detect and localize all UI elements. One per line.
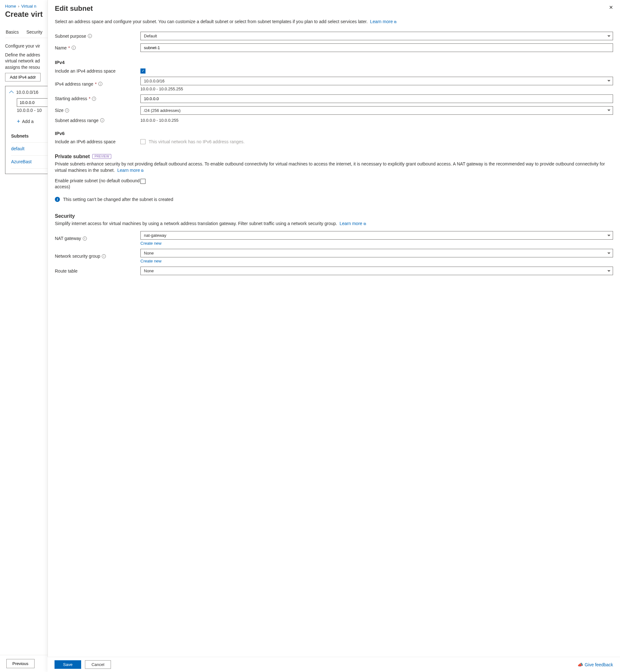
- ipv4-range-select[interactable]: 10.0.0.0/16: [141, 77, 613, 85]
- subnet-range-label: Subnet address range i: [55, 118, 141, 123]
- size-select[interactable]: /24 (256 addresses): [141, 106, 613, 115]
- include-ipv4-label: Include an IPv4 address space: [55, 68, 141, 73]
- size-label: Size i: [55, 108, 141, 113]
- ipv6-heading: IPv6: [55, 131, 613, 136]
- define-text: Define the addres virtual network ad ass…: [5, 52, 43, 71]
- chevron-down-icon: [607, 35, 611, 37]
- starting-address-input[interactable]: [141, 95, 613, 103]
- ipv4-heading: IPv4: [55, 60, 613, 65]
- breadcrumb-home[interactable]: Home: [5, 4, 16, 9]
- chevron-down-icon: [607, 110, 611, 111]
- external-link-icon: ⧉: [141, 168, 144, 173]
- info-icon[interactable]: i: [65, 108, 69, 112]
- include-ipv6-label: Include an IPv6 address space: [55, 139, 141, 144]
- learn-more-link[interactable]: Learn more⧉: [117, 168, 144, 173]
- info-icon[interactable]: i: [72, 46, 76, 50]
- add-ipv4-button[interactable]: Add IPv4 addr: [5, 73, 41, 82]
- include-ipv6-checkbox: [141, 139, 146, 144]
- info-icon[interactable]: i: [88, 34, 92, 38]
- panel-title: Edit subnet: [55, 4, 93, 13]
- starting-address-label: Starting address* i: [55, 96, 141, 101]
- info-icon[interactable]: i: [100, 118, 104, 122]
- edit-subnet-panel: Edit subnet ✕ Select an address space an…: [48, 0, 620, 178]
- ipv6-disabled-text: This virtual network has no IPv6 address…: [149, 139, 245, 144]
- subnet-purpose-label: Subnet purpose i: [55, 34, 141, 39]
- private-subnet-desc: Private subnets enhance security by not …: [55, 161, 613, 174]
- name-label: Name* i: [55, 45, 141, 50]
- chevron-down-icon: [607, 80, 611, 82]
- ipv4-range-hint: 10.0.0.0 - 10.0.255.255: [141, 87, 613, 91]
- preview-badge: PREVIEW: [92, 154, 111, 159]
- breadcrumb-item[interactable]: Virtual n: [21, 4, 36, 9]
- private-subnet-heading: Private subnet PREVIEW: [55, 154, 613, 159]
- chevron-up-icon[interactable]: [9, 91, 14, 95]
- subnet-range-value: 10.0.0.0 - 10.0.0.255: [141, 118, 178, 123]
- subnet-purpose-select[interactable]: Default: [141, 32, 613, 40]
- name-input[interactable]: [141, 43, 613, 52]
- learn-more-link[interactable]: Learn more⧉: [370, 19, 397, 24]
- ipv4-range-label: IPv4 address range* i: [55, 82, 141, 87]
- panel-description: Select an address space and configure yo…: [55, 18, 613, 25]
- include-ipv4-checkbox[interactable]: ✓: [141, 68, 146, 73]
- address-space-cidr: 10.0.0.0/16: [16, 90, 38, 95]
- chevron-right-icon: ›: [18, 4, 19, 9]
- info-icon[interactable]: i: [92, 97, 96, 101]
- tab-basics[interactable]: Basics: [5, 28, 19, 38]
- plus-icon: +: [17, 118, 20, 124]
- tab-security[interactable]: Security: [26, 28, 43, 38]
- external-link-icon: ⧉: [394, 20, 397, 25]
- close-icon[interactable]: ✕: [609, 4, 613, 10]
- info-icon[interactable]: i: [98, 82, 102, 86]
- add-subnet-link[interactable]: Add a: [22, 119, 34, 124]
